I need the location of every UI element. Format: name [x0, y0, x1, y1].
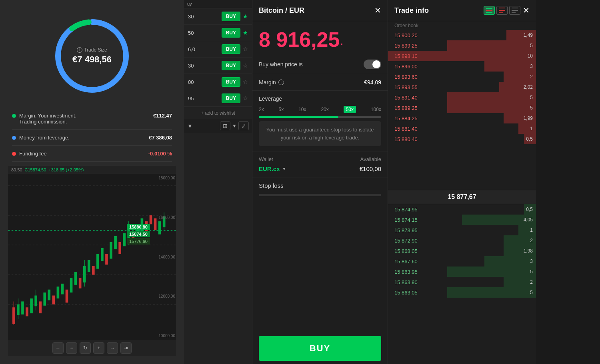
- buy-button-5[interactable]: BUY: [222, 77, 240, 87]
- leverage-10x[interactable]: 10x: [298, 107, 306, 112]
- svg-rect-24: [74, 272, 77, 285]
- ob-ctrl-both[interactable]: [484, 6, 495, 15]
- ob-ctrl-asks[interactable]: [496, 6, 508, 15]
- buy-when-toggle[interactable]: [364, 60, 381, 69]
- buy-price-1: 30: [188, 14, 219, 20]
- bitcoin-panel: Bitcoin / EUR ✕ 8 916,25· Buy when price…: [252, 0, 388, 364]
- ask-bar-3: [484, 61, 536, 72]
- chart-end-button[interactable]: ⇥: [120, 342, 132, 354]
- star-filled-2[interactable]: ★: [243, 30, 248, 36]
- buy-price-4: 30: [188, 63, 219, 69]
- leverage-fill: [259, 116, 338, 118]
- trade-info-close[interactable]: ✕: [523, 6, 530, 15]
- ask-row-9: 15 881,40 1: [388, 123, 536, 134]
- bid-row-1: 15 874,15 4,05: [388, 215, 536, 225]
- bid-price-8: 15 863,05: [394, 290, 430, 296]
- star-filled-1[interactable]: ★: [243, 13, 248, 20]
- wallet-currency[interactable]: EUR.cx ▼: [259, 165, 286, 172]
- chart-zoom-in-button[interactable]: +: [93, 342, 104, 354]
- price-overlay-2[interactable]: 15874.50: [127, 231, 150, 237]
- buy-price-5: 00: [188, 79, 219, 85]
- svg-rect-28: [92, 266, 95, 274]
- buy-button-4[interactable]: BUY: [222, 61, 240, 70]
- ask-qty-4: 2: [530, 74, 533, 80]
- ob-ctrl-bids[interactable]: [509, 6, 520, 15]
- bid-qty-7: 2: [530, 279, 533, 285]
- buy-price-2: 50: [188, 30, 219, 36]
- leverage-title: Leverage: [259, 95, 381, 102]
- star-empty-5[interactable]: ☆: [243, 79, 248, 85]
- buy-item-5: 00 BUY ☆: [184, 74, 252, 90]
- chart-back-button[interactable]: ←: [52, 342, 64, 354]
- buy-item-6: 95 BUY ☆: [184, 90, 252, 107]
- wallet-label: Wallet: [259, 156, 273, 162]
- leverage-100x[interactable]: 100x: [371, 107, 381, 112]
- leverage-2x[interactable]: 2x: [259, 107, 264, 112]
- buy-item-4: 30 BUY ☆: [184, 58, 252, 74]
- star-empty-6[interactable]: ☆: [243, 95, 248, 101]
- svg-rect-30: [101, 248, 104, 261]
- price-overlay-1[interactable]: 15880.80: [127, 224, 150, 230]
- legend-leverage-value: €7 386,08: [149, 135, 172, 141]
- order-book-controls: [484, 6, 520, 15]
- dropdown-btn[interactable]: ▼: [187, 123, 193, 129]
- ask-qty-5: 2,02: [524, 84, 533, 90]
- leverage-5x[interactable]: 5x: [279, 107, 284, 112]
- bitcoin-panel-close[interactable]: ✕: [374, 6, 381, 15]
- buy-action-button[interactable]: BUY: [259, 336, 381, 361]
- bid-row-6: 15 863,95 5: [388, 267, 536, 277]
- info-icon[interactable]: i: [77, 47, 82, 53]
- bid-qty-3: 2: [530, 238, 533, 243]
- ask-qty-2: 10: [528, 53, 533, 59]
- chart-price-label-2: 16000.00: [151, 215, 175, 220]
- ask-row-6: 15 891,40 5: [388, 92, 536, 103]
- bid-row-2: 15 873,95 1: [388, 225, 536, 235]
- buy-button-6[interactable]: BUY: [222, 93, 240, 103]
- svg-rect-13: [26, 307, 28, 316]
- bid-qty-6: 5: [530, 269, 533, 274]
- bid-row-7: 15 863,90 2: [388, 277, 536, 287]
- buy-button-2[interactable]: BUY: [222, 28, 240, 38]
- bid-bar-8: [447, 287, 536, 298]
- star-empty-3[interactable]: ☆: [243, 46, 248, 52]
- chart-ticker: 80.50: [11, 167, 22, 172]
- chart-price-label-5: 10000.00: [151, 334, 175, 338]
- leverage-warning: You must use a guaranteed stop loss to i…: [259, 121, 381, 146]
- chart-price: C15874.50: [25, 167, 46, 172]
- fullscreen-btn[interactable]: ⤢: [238, 121, 249, 130]
- buy-item-2: 50 BUY ★: [184, 25, 252, 41]
- buy-button-3[interactable]: BUY: [222, 44, 240, 54]
- dot-blue: [12, 136, 16, 140]
- svg-rect-16: [39, 301, 42, 313]
- legend-leverage-text: Money from leverage.: [19, 135, 70, 141]
- chart-forward-button[interactable]: →: [107, 342, 118, 354]
- svg-rect-33: [114, 236, 117, 249]
- buy-list-panel: uy 30 BUY ★ 50 BUY ★ 6,0 BUY ☆ 30 BUY ☆ …: [184, 0, 252, 364]
- chart-reset-button[interactable]: ↻: [80, 342, 91, 354]
- order-book-label: Order book: [394, 23, 418, 28]
- trade-size-label: i Trade Size: [72, 47, 112, 53]
- price-overlay-3[interactable]: 15776.60: [127, 238, 150, 245]
- buy-button-1[interactable]: BUY: [222, 12, 240, 21]
- layers-btn[interactable]: ⊞: [220, 121, 230, 130]
- leverage-50x[interactable]: 50x: [344, 106, 356, 113]
- buy-item-3: 6,0 BUY ☆: [184, 41, 252, 58]
- star-empty-4[interactable]: ☆: [243, 62, 248, 69]
- bid-qty-8: 5: [530, 290, 533, 295]
- layers-dropdown-btn[interactable]: ▼: [232, 123, 237, 129]
- margin-info-icon[interactable]: i: [278, 80, 284, 85]
- svg-rect-21: [61, 284, 64, 294]
- legend-margin-text: Margin. Your investment.Trading commissi…: [19, 113, 76, 125]
- chart-zoom-out-button[interactable]: −: [66, 342, 77, 354]
- buy-list-header: uy: [187, 2, 192, 6]
- ask-qty-10: 0,5: [526, 136, 533, 142]
- stop-loss-bar[interactable]: [259, 194, 381, 196]
- wallet-row: EUR.cx ▼ €100,00: [259, 165, 381, 172]
- legend-funding-text: Funding fee: [19, 151, 47, 157]
- ask-row-1: 15 899,25 5: [388, 40, 536, 51]
- ask-price-6: 15 891,40: [394, 95, 430, 101]
- trade-size-amount: €7 498,56: [72, 54, 112, 65]
- leverage-track[interactable]: [259, 116, 381, 118]
- add-to-wishlist[interactable]: + add to wishlist: [184, 107, 252, 119]
- leverage-20x[interactable]: 20x: [321, 107, 328, 112]
